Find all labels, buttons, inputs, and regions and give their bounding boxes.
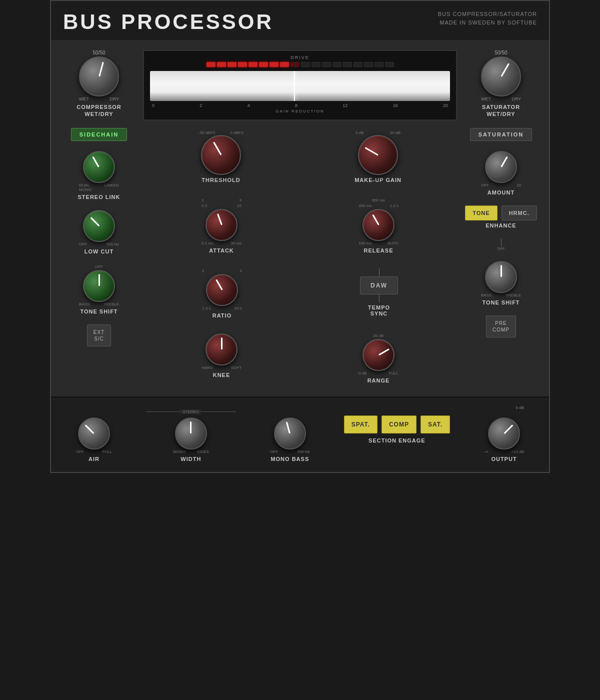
knee-range-row: HARD SOFT KNEE 20 dB 0 dB FULL RANGE (143, 328, 457, 388)
width-indicator (190, 422, 192, 434)
makeup-gain-label: MAKE-UP GAIN (354, 177, 402, 183)
pre-comp-line-top (501, 238, 502, 246)
air-knob[interactable] (78, 418, 110, 450)
gr-label: GAIN REDUCTION (150, 109, 450, 114)
left-tone-shift-indicator (98, 274, 100, 286)
ratio-inner-scale: 2 4 (202, 268, 242, 273)
comp-button[interactable]: COMP (382, 416, 416, 434)
enhance-section: TONE HRMC. ENHANCE (465, 206, 536, 228)
mono-bass-knob[interactable] (274, 418, 306, 450)
sidechain-button[interactable]: SIDECHAIN (71, 128, 128, 141)
threshold-makeup-row: -50 dBFS 0 dBFS THRESHOLD 0 dB 20 dB (143, 126, 457, 188)
comp-wet-dry-indicator (98, 62, 104, 76)
sat-wet-dry-labels: WET DRY (481, 96, 521, 102)
right-tone-shift-knob[interactable] (485, 261, 517, 293)
led-12 (322, 62, 331, 67)
sat-wet-dry-indicator (500, 63, 510, 77)
tone-button[interactable]: TONE (465, 206, 497, 220)
comp-wet-dry-section: 50/50 WET DRY COMPRESSOR WET/DRY (76, 50, 121, 118)
enhance-label: ENHANCE (486, 222, 516, 228)
right-tone-shift-section: BASS TREBLE TONE SHIFT (481, 261, 521, 306)
width-knob[interactable] (175, 418, 207, 450)
tempo-sync-section: DAW TEMPO SYNC (360, 268, 398, 316)
left-tone-off-label: OFF (95, 264, 103, 269)
comp-wet-dry-knob[interactable] (79, 56, 119, 96)
release-label: RELEASE (364, 248, 394, 254)
section-engage-section: SPAT. COMP SAT. SECTION ENGAGE (344, 406, 450, 444)
width-label: WIDTH (180, 456, 201, 462)
tempo-sync-label: TEMPO SYNC (368, 304, 390, 316)
sat-wet-dry-knob[interactable] (481, 56, 521, 96)
air-label: AIR (88, 456, 100, 462)
threshold-indicator (213, 142, 222, 156)
range-labels: 0 dB FULL (358, 371, 398, 376)
stereo-link-section: DUAL MONO LINKED STEREO LINK (78, 151, 120, 200)
ratio-indicator (216, 279, 223, 290)
width-range: MONO SIDES (173, 450, 209, 454)
header: BUS PROCESSOR BUS COMPRESSOR/SATURATOR M… (51, 1, 549, 40)
center-panel: DRIVE (143, 50, 457, 388)
led-3 (228, 62, 236, 67)
threshold-label: THRESHOLD (202, 177, 240, 183)
section-engage-buttons: SPAT. COMP SAT. (344, 416, 450, 434)
attack-knob[interactable] (206, 209, 238, 241)
output-indicator (504, 424, 513, 434)
amount-range-labels: OFF 10 (481, 183, 521, 188)
wet-dry-labels: WET DRY (79, 96, 119, 102)
release-top-val: 600 ms (372, 198, 385, 202)
main-body: 50/50 WET DRY COMPRESSOR WET/DRY SIDECHA… (51, 40, 549, 396)
enhance-buttons: TONE HRMC. (465, 206, 536, 220)
knee-section: HARD SOFT KNEE (202, 334, 242, 378)
right-tone-shift-indicator (500, 265, 502, 277)
stereo-link-indicator (92, 156, 100, 167)
gain-reduction-display (150, 71, 450, 101)
gr-scale: 0 2 4 8 12 16 20 (150, 103, 450, 108)
pre-comp-button[interactable]: PRE COMP (486, 316, 516, 338)
low-cut-knob[interactable] (83, 210, 115, 242)
section-engage-label: SECTION ENGAGE (368, 438, 426, 444)
comp-wet-dry-label: COMPRESSOR WET/DRY (76, 104, 121, 118)
release-section: 600 ms 300 ms 1.2 s 100 ms AUTO RELEASE (358, 198, 398, 254)
release-knob[interactable] (362, 209, 394, 241)
right-tone-shift-label: TONE SHIFT (482, 300, 520, 306)
ratio-knob[interactable] (206, 274, 238, 306)
left-tone-shift-section: OFF BASS TREBLE TONE SHIFT (79, 264, 119, 314)
attack-inner-scale: 1 3 (202, 198, 242, 202)
threshold-knob[interactable] (201, 135, 241, 175)
plugin-subtitle: BUS COMPRESSOR/SATURATOR MADE IN SWEDEN … (438, 10, 537, 26)
led-6 (259, 62, 268, 67)
saturation-button[interactable]: SATURATION (470, 128, 532, 141)
gr-tick-2: 2 (200, 103, 202, 108)
spat-button[interactable]: SPAT. (344, 416, 378, 434)
ext-sc-button[interactable]: EXT S/C (87, 324, 111, 346)
mono-bass-indicator (286, 422, 290, 434)
led-2 (217, 62, 226, 67)
sat-wet-dry-section: 50/50 WET DRY SATURATOR WET/DRY (481, 50, 521, 118)
sat-button[interactable]: SAT. (420, 416, 450, 434)
low-cut-indicator (90, 217, 100, 226)
amount-section: OFF 10 AMOUNT (481, 151, 521, 196)
attack-release-row: 1 3 0.3 10 0.1 ms 30 ms ATTACK (143, 193, 457, 258)
range-knob[interactable] (362, 339, 394, 371)
tempo-sync-connector-bottom (379, 294, 380, 302)
plugin-container: BUS PROCESSOR BUS COMPRESSOR/SATURATOR M… (50, 0, 550, 473)
led-10 (301, 62, 310, 67)
stereo-link-labels: DUAL MONO LINKED (79, 183, 119, 192)
low-cut-section: OFF 500 Hz LOW CUT (79, 210, 119, 254)
gr-tick-8: 8 (295, 103, 298, 108)
left-tone-shift-knob[interactable] (83, 270, 115, 302)
output-label: OUTPUT (491, 456, 516, 462)
stereo-link-knob[interactable] (83, 151, 115, 183)
width-section: STEREO MONO SIDES WIDTH (146, 406, 236, 462)
knee-knob[interactable] (206, 334, 238, 366)
attack-label: ATTACK (209, 248, 234, 254)
output-knob[interactable] (488, 418, 520, 450)
led-8 (280, 62, 289, 67)
ratio-range: 1.3:1 10:1 (202, 306, 242, 310)
daw-button[interactable]: DAW (360, 276, 398, 294)
right-panel: 50/50 WET DRY SATURATOR WET/DRY SATURATI… (461, 50, 541, 388)
makeup-gain-knob[interactable] (358, 135, 398, 175)
hrmc-button[interactable]: HRMC. (502, 206, 537, 220)
range-indicator (378, 348, 389, 356)
amount-knob[interactable] (485, 151, 517, 183)
